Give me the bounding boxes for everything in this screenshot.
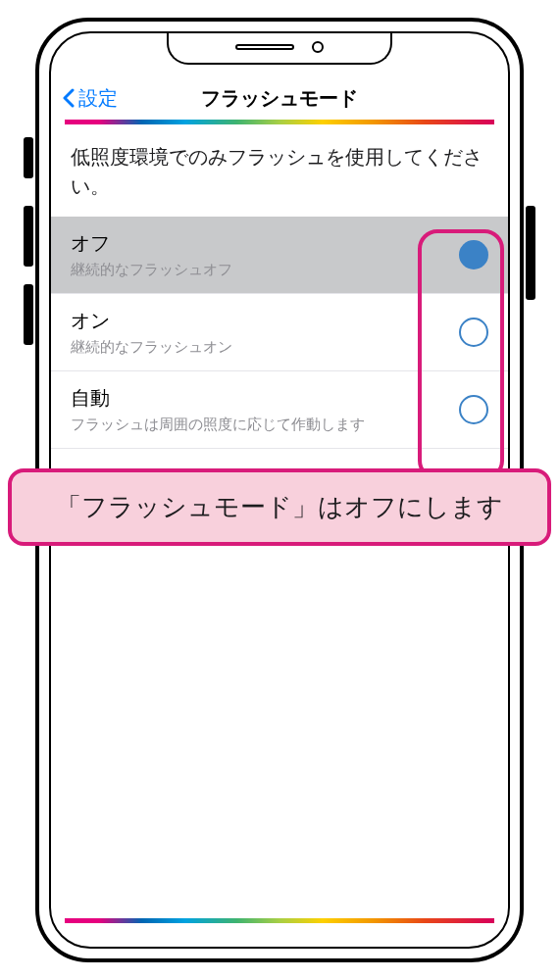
option-text: オン 継続的なフラッシュオン xyxy=(71,308,459,357)
radio-selected-icon xyxy=(459,240,488,270)
option-auto[interactable]: 自動 フラッシュは周囲の照度に応じて作動します xyxy=(51,371,508,449)
page-title: フラッシュモード xyxy=(201,85,358,112)
option-title: オン xyxy=(71,308,459,334)
back-button[interactable]: 設定 xyxy=(63,85,118,112)
navigation-bar: 設定 フラッシュモード xyxy=(51,76,508,120)
option-off[interactable]: オフ 継続的なフラッシュオフ xyxy=(51,217,508,294)
option-text: 自動 フラッシュは周囲の照度に応じて作動します xyxy=(71,385,459,434)
option-subtitle: 継続的なフラッシュオン xyxy=(71,338,459,357)
front-camera-icon xyxy=(312,41,324,53)
option-on[interactable]: オン 継続的なフラッシュオン xyxy=(51,294,508,371)
annotation-callout: 「フラッシュモード」はオフにします xyxy=(8,468,551,546)
option-title: オフ xyxy=(71,230,459,257)
back-label: 設定 xyxy=(78,85,118,112)
radio-unselected-icon xyxy=(459,395,488,424)
volume-up-button[interactable] xyxy=(24,206,33,267)
speaker-icon xyxy=(235,44,294,50)
notch xyxy=(167,31,392,65)
radio-unselected-icon xyxy=(459,318,488,347)
volume-down-button[interactable] xyxy=(24,284,33,345)
section-header: 低照度環境でのみフラッシュを使用してください。 xyxy=(51,124,508,217)
option-title: 自動 xyxy=(71,385,459,412)
rainbow-divider-bottom xyxy=(65,918,494,923)
option-subtitle: 継続的なフラッシュオフ xyxy=(71,261,459,279)
option-text: オフ 継続的なフラッシュオフ xyxy=(71,230,459,279)
option-subtitle: フラッシュは周囲の照度に応じて作動します xyxy=(71,416,459,434)
power-button[interactable] xyxy=(526,206,535,300)
chevron-left-icon xyxy=(63,88,75,108)
silence-switch[interactable] xyxy=(24,137,33,178)
